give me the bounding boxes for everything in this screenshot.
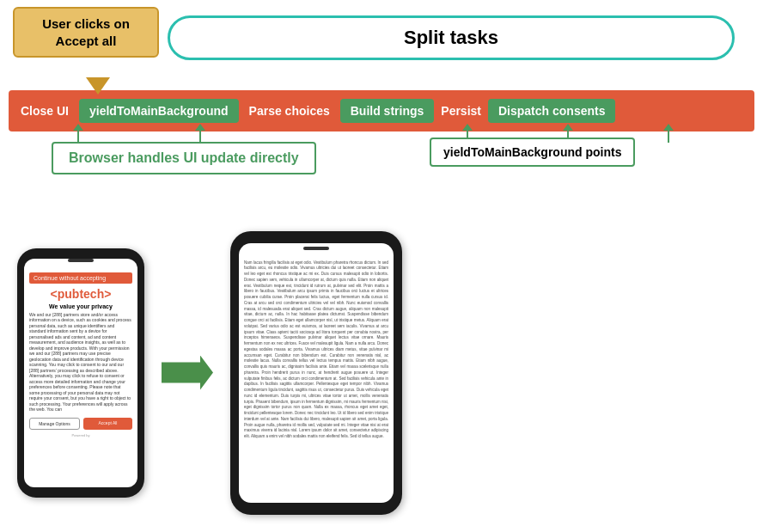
- split-tasks-label: Split tasks: [404, 27, 498, 49]
- arrow-up-close-icon: [77, 131, 79, 143]
- bottom-section: Continue without accepting <pubtech> We …: [0, 213, 763, 532]
- powered-by-label: Powered by: [29, 433, 132, 437]
- arrow-up-yield-icon: [199, 131, 201, 143]
- arrow-up-dispatch-icon: [668, 131, 669, 143]
- consent-text: We and our [288] partners store and/or a…: [29, 312, 132, 413]
- down-arrow-icon: [86, 77, 110, 95]
- phone2-content: Nam lacus fringilla facilisis at eget od…: [239, 255, 394, 445]
- phone2: Nam lacus fringilla facilisis at eget od…: [230, 231, 402, 515]
- pipeline-row: Close UI yieldToMainBackground Parse cho…: [9, 90, 754, 131]
- manage-options-button[interactable]: Manage Options: [29, 418, 80, 430]
- phone2-speaker: [303, 247, 329, 250]
- phone1-speaker: [68, 259, 94, 262]
- pipeline-close-ui: Close UI: [9, 104, 77, 118]
- pipeline-dispatch: Dispatch consents: [488, 99, 615, 123]
- pipeline-persist: Persist: [436, 104, 486, 118]
- consent-buttons: Manage Options Accept All: [29, 418, 132, 430]
- consent-brand: <pubtech>: [29, 287, 132, 301]
- pipeline-yield-main: yieldToMainBackground: [79, 99, 239, 123]
- phone1-container: Continue without accepting <pubtech> We …: [17, 248, 144, 498]
- phone1: Continue without accepting <pubtech> We …: [17, 248, 144, 498]
- consent-header: Continue without accepting: [29, 272, 132, 284]
- pipeline-build-strings: Build strings: [340, 99, 435, 123]
- split-tasks-pill: Split tasks: [168, 15, 735, 60]
- lorem-text: Nam lacus fringilla facilisis at eget od…: [244, 260, 388, 440]
- phone2-container: Nam lacus fringilla facilisis at eget od…: [230, 231, 402, 515]
- yield-points-box: yieldToMainBackground points: [430, 138, 635, 167]
- phone-arrow: [162, 356, 213, 390]
- pipeline-parse-choices: Parse choices: [241, 104, 339, 118]
- consent-title: We value your privacy: [29, 303, 132, 309]
- phone1-screen: Continue without accepting <pubtech> We …: [24, 259, 137, 487]
- right-arrow-icon: [162, 356, 213, 390]
- user-clicks-box: User clicks on Accept all: [13, 7, 159, 58]
- accept-all-button[interactable]: Accept All: [83, 418, 132, 430]
- browser-handles-box: Browser handles UI update directly: [52, 142, 316, 174]
- phone2-screen: Nam lacus fringilla facilisis at eget od…: [239, 243, 394, 503]
- consent-ui: Continue without accepting <pubtech> We …: [24, 267, 137, 437]
